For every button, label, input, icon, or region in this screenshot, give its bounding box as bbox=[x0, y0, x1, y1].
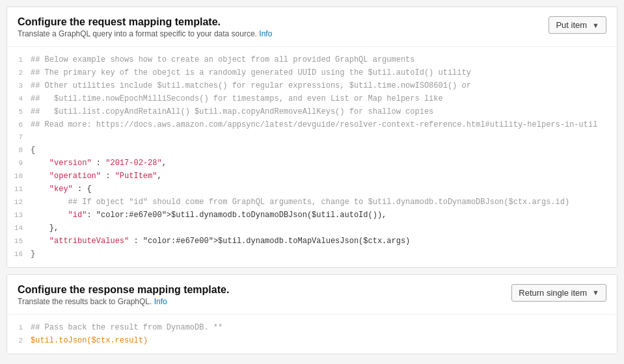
line-code: ## Pass back the result from DynamoDB. *… bbox=[31, 322, 617, 333]
table-row: 5## $util.list.copyAndRetainAll() $util.… bbox=[7, 105, 617, 118]
line-code: { bbox=[31, 144, 617, 156]
request-code-editor[interactable]: 1## Below example shows how to create an… bbox=[7, 46, 617, 267]
line-number: 10 bbox=[7, 171, 31, 182]
line-code: ## If object "id" should come from Graph… bbox=[31, 196, 617, 208]
line-code: ## The primary key of the obejct is a ra… bbox=[31, 67, 617, 79]
line-code: $util.toJson($ctx.result) bbox=[31, 335, 617, 346]
table-row: 8{ bbox=[7, 144, 617, 157]
line-number: 15 bbox=[7, 236, 31, 247]
request-subtitle-text: Translate a GraphQL query into a format … bbox=[18, 29, 259, 38]
line-number: 8 bbox=[7, 145, 31, 156]
request-panel-title: Configure the request mapping template. bbox=[18, 16, 272, 28]
request-mapping-panel: Configure the request mapping template. … bbox=[7, 6, 617, 268]
request-panel-subtitle: Translate a GraphQL query into a format … bbox=[18, 29, 272, 38]
line-number: 3 bbox=[7, 81, 31, 92]
response-dropdown-button[interactable]: Return single item ▼ bbox=[511, 284, 606, 302]
line-number: 1 bbox=[7, 55, 31, 66]
line-code: ## Other utilities include $util.matches… bbox=[31, 80, 617, 92]
response-panel-title: Configure the response mapping template. bbox=[18, 284, 229, 296]
table-row: 15 "attributeValues" : "color:#e67e00">$… bbox=[7, 235, 617, 248]
line-number: 16 bbox=[7, 249, 31, 260]
response-dropdown-label: Return single item bbox=[519, 288, 587, 298]
table-row: 6## Read more: https://docs.aws.amazon.c… bbox=[7, 118, 617, 131]
table-row: 2## The primary key of the obejct is a r… bbox=[7, 66, 617, 79]
response-info-link[interactable]: Info bbox=[154, 297, 167, 306]
table-row: 2$util.toJson($ctx.result) bbox=[7, 334, 617, 347]
table-row: 9 "version" : "2017-02-28", bbox=[7, 157, 617, 170]
response-code-editor[interactable]: 1## Pass back the result from DynamoDB. … bbox=[7, 314, 617, 354]
line-number: 7 bbox=[7, 132, 31, 143]
response-panel-title-area: Configure the response mapping template.… bbox=[18, 284, 229, 306]
table-row: 4## $util.time.nowEpochMilliSeconds() fo… bbox=[7, 92, 617, 105]
table-row: 7 bbox=[7, 131, 617, 144]
line-code: ## Below example shows how to create an … bbox=[31, 54, 617, 66]
line-number: 6 bbox=[7, 120, 31, 131]
request-dropdown-button[interactable]: Put item ▼ bbox=[549, 16, 606, 34]
line-code: "attributeValues" : "color:#e67e00">$uti… bbox=[31, 235, 617, 247]
table-row: 3## Other utilities include $util.matche… bbox=[7, 79, 617, 92]
line-number: 4 bbox=[7, 94, 31, 105]
table-row: 14 }, bbox=[7, 222, 617, 235]
line-number: 5 bbox=[7, 107, 31, 118]
response-mapping-panel: Configure the response mapping template.… bbox=[7, 274, 617, 354]
line-code: ## $util.list.copyAndRetainAll() $util.m… bbox=[31, 106, 617, 118]
table-row: 1## Pass back the result from DynamoDB. … bbox=[7, 321, 617, 334]
line-code: "id": "color:#e67e00">$util.dynamodb.toD… bbox=[31, 209, 617, 221]
request-dropdown-arrow-icon: ▼ bbox=[592, 21, 599, 29]
line-code: "operation" : "PutItem", bbox=[31, 170, 617, 182]
request-panel-title-area: Configure the request mapping template. … bbox=[18, 16, 272, 38]
line-number: 11 bbox=[7, 184, 31, 195]
line-number: 14 bbox=[7, 223, 31, 234]
line-code: } bbox=[31, 248, 617, 260]
table-row: 10 "operation" : "PutItem", bbox=[7, 170, 617, 183]
response-subtitle-text: Translate the results back to GraphQL. bbox=[18, 297, 154, 306]
line-number: 1 bbox=[7, 322, 31, 333]
response-panel-header: Configure the response mapping template.… bbox=[7, 275, 617, 309]
line-code: }, bbox=[31, 222, 617, 234]
line-code: "key" : { bbox=[31, 183, 617, 195]
table-row: 12 ## If object "id" should come from Gr… bbox=[7, 196, 617, 209]
response-dropdown-arrow-icon: ▼ bbox=[592, 289, 599, 296]
table-row: 16} bbox=[7, 248, 617, 261]
request-dropdown-label: Put item bbox=[556, 20, 587, 30]
line-number: 12 bbox=[7, 197, 31, 208]
table-row: 11 "key" : { bbox=[7, 183, 617, 196]
table-row: 13 "id": "color:#e67e00">$util.dynamodb.… bbox=[7, 209, 617, 222]
line-number: 13 bbox=[7, 210, 31, 221]
line-number: 9 bbox=[7, 158, 31, 169]
line-number: 2 bbox=[7, 68, 31, 79]
line-code: "version" : "2017-02-28", bbox=[31, 157, 617, 169]
line-code: ## $util.time.nowEpochMilliSeconds() for… bbox=[31, 93, 617, 105]
line-code: ## Read more: https://docs.aws.amazon.co… bbox=[31, 119, 617, 131]
request-panel-header: Configure the request mapping template. … bbox=[7, 7, 617, 41]
response-panel-subtitle: Translate the results back to GraphQL. I… bbox=[18, 297, 229, 306]
request-info-link[interactable]: Info bbox=[259, 29, 272, 38]
table-row: 1## Below example shows how to create an… bbox=[7, 53, 617, 66]
line-number: 2 bbox=[7, 335, 31, 346]
